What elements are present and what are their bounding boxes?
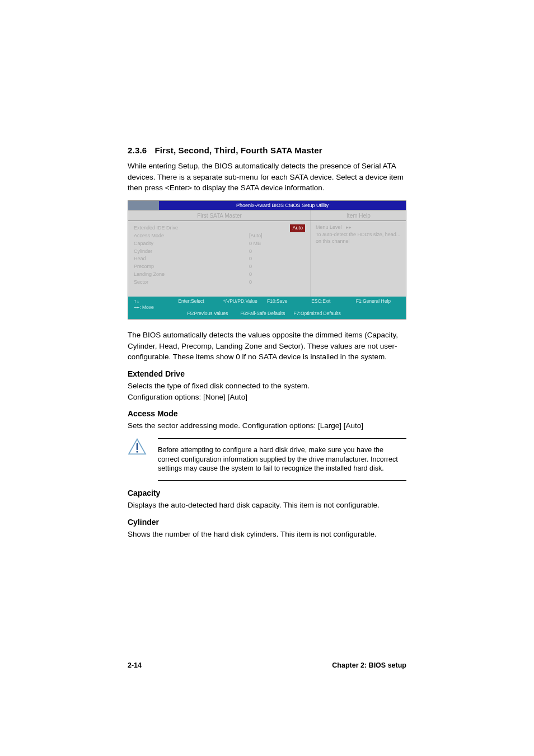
menu-level-icon: ▸▸ (346, 224, 352, 230)
caution-text: Before attempting to configure a hard di… (158, 442, 406, 477)
access-mode-heading: Access Mode (128, 409, 406, 418)
bios-row-landing-zone: Landing Zone 0 (134, 271, 305, 279)
bios-row-precomp: Precomp 0 (134, 263, 305, 271)
bios-help-menu-level-label: Menu Level (316, 224, 342, 230)
bios-utility-title: Phoenix-Award BIOS CMOS Setup Utility (159, 201, 406, 210)
page-number: 2-14 (128, 661, 142, 669)
bios-help-menu-level: Menu Level ▸▸ (316, 224, 401, 230)
bios-footer-prev: F5:Previous Values (187, 311, 240, 317)
bios-footer-help: F1:General Help (356, 298, 400, 311)
bios-title-bar: Phoenix-Award BIOS CMOS Setup Utility (128, 201, 406, 210)
bios-footer-move: ↑↓→←: Move (134, 298, 178, 311)
bios-row-label: Capacity (134, 240, 249, 248)
after-bios-paragraph: The BIOS automatically detects the value… (128, 330, 406, 363)
bios-row-label: Landing Zone (134, 271, 249, 279)
bios-help-hint: To auto-detect the HDD's size, head... o… (316, 231, 401, 245)
bios-header-row: First SATA Master Item Help (128, 210, 406, 221)
bios-row-label: Cylinder (134, 248, 249, 256)
capacity-p1: Displays the auto-detected hard disk cap… (128, 500, 406, 511)
bios-footer-save: F10:Save (267, 298, 311, 311)
bios-settings-list: Extended IDE Drive Auto Access Mode [Aut… (128, 221, 311, 297)
page-content: 2.3.6First, Second, Third, Fourth SATA M… (0, 0, 534, 539)
bios-row-value: 0 (249, 263, 305, 271)
bios-row-value: 0 (249, 279, 305, 287)
bios-footer-failsafe: F6:Fail-Safe Defaults (240, 311, 293, 317)
bios-row-capacity: Capacity 0 MB (134, 240, 305, 248)
bios-footer-enter: Enter:Select (178, 298, 222, 311)
cylinder-p1: Shows the number of the hard disk cylind… (128, 529, 406, 540)
bios-row-value: 0 (249, 255, 305, 263)
capacity-heading: Capacity (128, 489, 406, 497)
bios-row-value: 0 (249, 271, 305, 279)
access-mode-p1: Sets the sector addressing mode. Configu… (128, 420, 406, 431)
bios-body: Extended IDE Drive Auto Access Mode [Aut… (128, 221, 406, 297)
bios-footer-value: +/-/PU/PD:Value (223, 298, 267, 311)
bios-row-value: 0 MB (249, 240, 305, 248)
extended-drive-p2: Configuration options: [None] [Auto] (128, 392, 406, 403)
caution-note: Before attempting to configure a hard di… (128, 438, 406, 481)
bios-row-value: Auto (290, 224, 305, 232)
bios-row-value: [Auto] (249, 232, 305, 240)
bios-row-label: Extended IDE Drive (134, 224, 290, 232)
bios-row-sector: Sector 0 (134, 279, 305, 287)
bios-panel-title: First SATA Master (128, 210, 311, 220)
bios-row-value: 0 (249, 248, 305, 256)
bios-row-extended-ide[interactable]: Extended IDE Drive Auto (134, 224, 305, 232)
bios-row-label: Access Mode (134, 232, 249, 240)
section-number: 2.3.6 (128, 145, 147, 155)
extended-drive-p1: Selects the type of fixed disk connected… (128, 381, 406, 392)
bios-panel: Phoenix-Award BIOS CMOS Setup Utility Fi… (128, 200, 406, 320)
bios-title-corner (128, 201, 159, 210)
bios-row-label: Precomp (134, 263, 249, 271)
bios-help-pane: Menu Level ▸▸ To auto-detect the HDD's s… (311, 221, 406, 297)
bios-row-cylinder: Cylinder 0 (134, 248, 305, 256)
chapter-label: Chapter 2: BIOS setup (332, 661, 406, 669)
svg-point-2 (137, 450, 138, 452)
bios-row-label: Head (134, 255, 249, 263)
bios-row-head: Head 0 (134, 255, 305, 263)
cylinder-heading: Cylinder (128, 518, 406, 527)
caution-icon (128, 438, 147, 457)
bios-footer-optimized: F7:Optimized Defaults (294, 311, 347, 317)
bios-footer-move-label: Move (142, 304, 154, 310)
bios-help-title: Item Help (311, 210, 406, 220)
intro-paragraph: While entering Setup, the BIOS automatic… (128, 161, 406, 194)
bios-row-label: Sector (134, 279, 249, 287)
bios-footer: ↑↓→←: Move Enter:Select +/-/PU/PD:Value … (128, 297, 406, 319)
section-heading: 2.3.6First, Second, Third, Fourth SATA M… (128, 145, 406, 155)
bios-footer-exit: ESC:Exit (311, 298, 355, 311)
arrows-icon: ↑↓→← (134, 298, 139, 310)
section-title: First, Second, Third, Fourth SATA Master (154, 145, 322, 155)
extended-drive-heading: Extended Drive (128, 369, 406, 378)
bios-row-access-mode[interactable]: Access Mode [Auto] (134, 232, 305, 240)
page-footer: 2-14 Chapter 2: BIOS setup (128, 661, 406, 669)
